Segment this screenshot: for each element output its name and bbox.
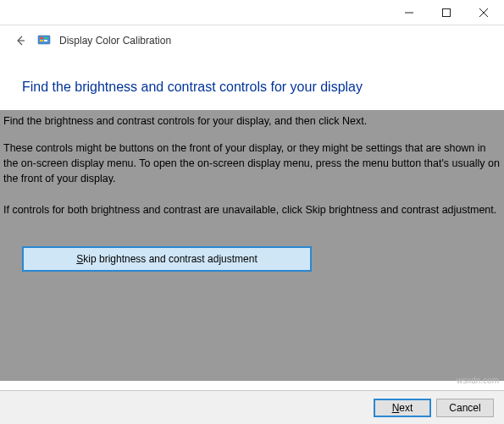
titlebar bbox=[0, 0, 504, 25]
heading-area: Find the brightness and contrast control… bbox=[0, 59, 504, 110]
close-button[interactable] bbox=[465, 1, 502, 25]
next-button-label: ext bbox=[399, 402, 413, 414]
back-button[interactable] bbox=[12, 32, 29, 49]
back-arrow-icon bbox=[14, 34, 27, 47]
app-icon bbox=[37, 34, 51, 47]
svg-rect-8 bbox=[40, 40, 43, 41]
instruction-paragraph-1: Find the brightness and contrast control… bbox=[0, 110, 504, 140]
svg-rect-7 bbox=[44, 37, 47, 39]
skip-brightness-contrast-button[interactable]: Skip brightness and contrast adjustment bbox=[22, 246, 312, 272]
minimize-button[interactable] bbox=[390, 1, 428, 25]
watermark: wsxdn.com bbox=[457, 376, 499, 385]
minimize-icon bbox=[405, 8, 413, 17]
close-icon bbox=[479, 8, 488, 17]
instruction-paragraph-2: These controls might be buttons on the f… bbox=[0, 140, 504, 201]
maximize-button[interactable] bbox=[428, 1, 465, 25]
header: Display Color Calibration bbox=[0, 25, 504, 59]
svg-rect-9 bbox=[44, 40, 47, 41]
maximize-icon bbox=[442, 8, 451, 17]
footer: Next Cancel bbox=[0, 390, 504, 424]
cancel-button[interactable]: Cancel bbox=[436, 399, 494, 417]
content-area: Find the brightness and contrast control… bbox=[0, 110, 504, 381]
svg-rect-1 bbox=[443, 8, 451, 16]
next-button[interactable]: Next bbox=[374, 399, 431, 417]
skip-button-label: kip brightness and contrast adjustment bbox=[83, 253, 257, 265]
page-heading: Find the brightness and contrast control… bbox=[22, 80, 482, 95]
app-title: Display Color Calibration bbox=[59, 35, 171, 47]
instruction-paragraph-3: If controls for both brightness and cont… bbox=[0, 202, 504, 240]
svg-rect-6 bbox=[40, 37, 43, 39]
